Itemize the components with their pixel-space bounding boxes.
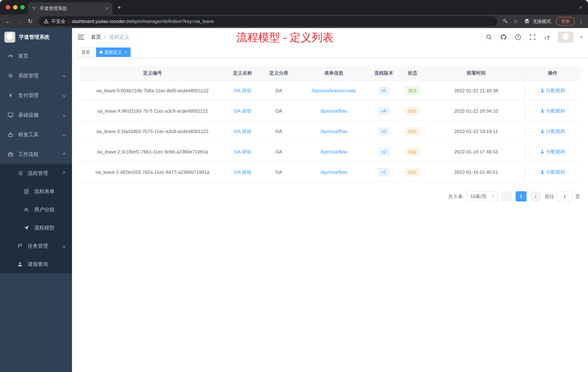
user-group-icon bbox=[23, 207, 30, 212]
flag-icon bbox=[17, 243, 23, 249]
column-header: 状态 bbox=[398, 66, 428, 80]
form-link[interactable]: /bpm/oa/flow bbox=[320, 108, 347, 114]
tag-close-icon[interactable]: × bbox=[124, 50, 127, 55]
window-zoom-button[interactable] bbox=[20, 5, 25, 10]
chevron-up-icon bbox=[62, 153, 66, 156]
cell-category: OA bbox=[260, 142, 297, 162]
tag-current[interactable]: 流程定义 × bbox=[96, 47, 131, 57]
sidebar-item-home[interactable]: 首页 bbox=[0, 46, 72, 66]
definition-name-link[interactable]: OA 请假 bbox=[234, 169, 251, 175]
form-link[interactable]: /bpm/oa/flow bbox=[320, 129, 347, 134]
browser-update-button[interactable]: 更新 bbox=[556, 17, 575, 26]
sidebar-item-devtools[interactable]: 研发工具 bbox=[0, 125, 72, 144]
tags-bar: 首页 流程定义 × bbox=[72, 46, 588, 59]
column-header: 定义分类 bbox=[260, 66, 297, 80]
table-row: oa_leave:5:004b710b-7b8a-11ec-8ef0-acde4… bbox=[80, 80, 580, 101]
bookmark-star-icon[interactable]: ☆ bbox=[511, 16, 521, 26]
column-header: 定义名称 bbox=[225, 66, 260, 80]
tag-home[interactable]: 首页 bbox=[78, 47, 94, 57]
github-icon[interactable] bbox=[500, 33, 507, 41]
paper-plane-icon bbox=[23, 225, 30, 230]
sidebar-item-label: 工作流程 bbox=[18, 151, 39, 158]
form-link[interactable]: /bpm/oa/leave/create bbox=[312, 88, 356, 93]
active-dot bbox=[100, 51, 103, 54]
sidebar-toggle-icon[interactable] bbox=[78, 35, 84, 40]
status-badge: 激活 bbox=[405, 87, 420, 95]
page-size-select[interactable]: 10条/页 ▾ bbox=[467, 191, 497, 201]
incognito-profile-chip[interactable]: 无痕模式 bbox=[524, 18, 551, 25]
incognito-icon bbox=[524, 18, 530, 25]
sidebar-item-process-management[interactable]: 流程管理 bbox=[0, 164, 72, 182]
sidebar-item-workflow[interactable]: 工作流程 bbox=[0, 144, 72, 164]
avatar-caret-icon[interactable]: ▾ bbox=[580, 35, 582, 39]
browser-menu-icon[interactable]: ⋮ bbox=[577, 18, 585, 25]
yen-icon: ¥ bbox=[7, 92, 14, 98]
incognito-label: 无痕模式 bbox=[533, 18, 551, 24]
back-button[interactable]: ← bbox=[3, 16, 14, 27]
reload-button[interactable]: ↻ bbox=[25, 16, 36, 27]
window-minimize-button[interactable] bbox=[13, 5, 17, 10]
briefcase-icon bbox=[7, 152, 14, 157]
tab-search-icon[interactable]: ∨ bbox=[579, 0, 588, 15]
logo-title: 芋道管理系统 bbox=[19, 34, 50, 41]
goto-page-input[interactable] bbox=[557, 191, 573, 201]
definition-name-link[interactable]: OA 请假 bbox=[234, 149, 251, 154]
sidebar-item-system[interactable]: 系统管理 bbox=[0, 66, 72, 86]
cell-deploy-time: 2022-01-16 01:40:51 bbox=[428, 162, 525, 182]
definition-name-link[interactable]: OA 请假 bbox=[234, 108, 251, 114]
address-bar[interactable]: 不安全 | dashboard.yudao.iocoder.cn /bpm/ma… bbox=[39, 16, 497, 26]
next-page-button[interactable]: › bbox=[530, 191, 541, 201]
assign-rule-link[interactable]: 分配规则 bbox=[540, 128, 565, 134]
new-tab-button[interactable]: + bbox=[112, 0, 126, 15]
user-avatar[interactable] bbox=[558, 32, 573, 43]
search-icon[interactable] bbox=[485, 33, 493, 41]
assign-rule-link[interactable]: 分配规则 bbox=[540, 87, 565, 94]
security-label[interactable]: 不安全 bbox=[51, 18, 65, 25]
person-icon bbox=[17, 262, 23, 267]
dashboard-icon bbox=[7, 53, 14, 59]
window-close-button[interactable] bbox=[6, 5, 10, 10]
table-row: oa_leave:2:3c1f0ef1-76b1-11ec-9c66-a2380… bbox=[80, 142, 580, 162]
forward-button: → bbox=[14, 16, 25, 27]
definition-name-link[interactable]: OA 请假 bbox=[234, 88, 251, 93]
assign-rule-link[interactable]: 分配规则 bbox=[540, 169, 565, 175]
chevron-down-icon: ▾ bbox=[492, 194, 494, 198]
favicon-seedling-icon bbox=[32, 6, 37, 11]
definition-name-link[interactable]: OA 请假 bbox=[234, 129, 251, 134]
sidebar: 芋道管理系统 首页 系统管理 ¥ 支付管理 bbox=[0, 28, 72, 372]
sidebar-item-task-management[interactable]: 任务管理 bbox=[0, 237, 72, 255]
screen: 芋道管理系统 × + ∨ ← → ↻ 不安全 | dashboard.yudao… bbox=[0, 0, 588, 372]
cell-deploy-time: 2022-01-22 21:48:38 bbox=[428, 80, 525, 101]
url-text: dashboard.yudao.iocoder.cn /bpm/manager/… bbox=[72, 19, 214, 24]
sidebar-item-label: 基础设施 bbox=[18, 111, 39, 119]
column-header: 流程版本 bbox=[370, 66, 398, 80]
sidebar-item-process-form[interactable]: 流程表单 bbox=[0, 182, 72, 201]
sidebar-item-leave-query[interactable]: 请假查询 bbox=[0, 255, 72, 273]
definition-table: 定义编号 定义名称 定义分类 表单信息 流程版本 状态 部署时间 操作 oa_l bbox=[80, 66, 580, 183]
password-key-icon[interactable] bbox=[500, 16, 511, 26]
version-badge: v1 bbox=[378, 168, 389, 176]
page-number-button[interactable]: 1 bbox=[516, 191, 526, 201]
column-header: 表单信息 bbox=[297, 66, 370, 80]
form-link[interactable]: /bpm/oa/flow bbox=[320, 169, 347, 175]
sidebar-item-user-group[interactable]: 用户分组 bbox=[0, 201, 72, 219]
sidebar-logo[interactable]: 芋道管理系统 bbox=[0, 28, 72, 46]
browser-tab[interactable]: 芋道管理系统 × bbox=[28, 2, 112, 15]
assign-rule-link[interactable]: 分配规则 bbox=[540, 108, 565, 114]
font-size-icon[interactable]: TT bbox=[544, 33, 551, 41]
table-row: oa_leave:3:1fad3d93-7b75-11ec-a3c8-acde4… bbox=[80, 121, 580, 142]
form-link[interactable]: /bpm/oa/flow bbox=[320, 149, 347, 154]
main: 流程模型 - 定义列表 首页 / 流程定义 ? bbox=[72, 28, 588, 372]
chevron-down-icon bbox=[62, 133, 66, 136]
help-icon[interactable]: ? bbox=[514, 33, 522, 41]
tab-close-icon[interactable]: × bbox=[106, 5, 109, 11]
sidebar-item-payment[interactable]: ¥ 支付管理 bbox=[0, 86, 72, 105]
sidebar-item-process-model[interactable]: 流程模型 bbox=[0, 219, 72, 237]
fullscreen-icon[interactable] bbox=[529, 33, 536, 41]
assign-rule-link[interactable]: 分配规则 bbox=[540, 149, 565, 155]
breadcrumb-home[interactable]: 首页 bbox=[91, 34, 101, 41]
sidebar-item-infra[interactable]: 基础设施 bbox=[0, 105, 72, 125]
sidebar-item-label: 流程管理 bbox=[28, 170, 48, 177]
gear-icon bbox=[7, 73, 14, 79]
chevron-down-icon bbox=[62, 113, 66, 117]
